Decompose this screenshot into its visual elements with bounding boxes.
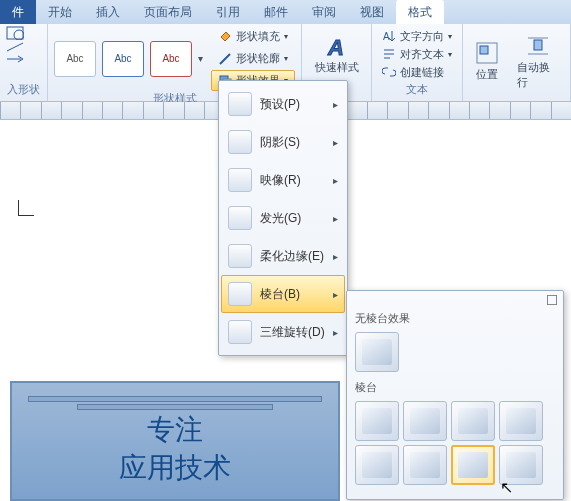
bevel-option[interactable] [499, 401, 543, 441]
shape-tool-icon[interactable] [6, 26, 24, 40]
tab-layout[interactable]: 页面布局 [132, 0, 204, 24]
align-text-label: 对齐文本 [400, 47, 444, 62]
svg-rect-12 [534, 40, 542, 50]
text-direction-button[interactable]: A 文字方向 ▾ [378, 28, 456, 45]
svg-line-2 [7, 43, 23, 51]
align-text-icon [382, 47, 396, 61]
create-link-button[interactable]: 创建链接 [378, 64, 456, 81]
chevron-right-icon: ▸ [333, 251, 338, 262]
tab-insert[interactable]: 插入 [84, 0, 132, 24]
pen-outline-icon [218, 52, 232, 66]
chevron-right-icon: ▸ [333, 137, 338, 148]
menu-item-label: 棱台(B) [260, 286, 300, 303]
style-preset-1[interactable]: Abc [54, 41, 96, 77]
document-shape[interactable]: 专注 应用技术 [10, 381, 340, 501]
tab-home[interactable]: 开始 [36, 0, 84, 24]
bevel-grid [351, 399, 559, 487]
align-text-button[interactable]: 对齐文本 ▾ [378, 46, 456, 63]
paint-bucket-icon [218, 30, 232, 44]
menu-item-preset[interactable]: 预设(P)▸ [221, 85, 345, 123]
document-text-line2: 应用技术 [119, 449, 231, 487]
quick-styles-label: 快速样式 [315, 60, 359, 75]
text-direction-icon: A [382, 29, 396, 43]
svg-text:A: A [327, 35, 344, 60]
group-label-arrange [469, 97, 564, 99]
group-insert-shapes: 入形状 [0, 24, 48, 101]
shape-outline-button[interactable]: 形状轮廓 ▾ [211, 48, 295, 69]
tab-references[interactable]: 引用 [204, 0, 252, 24]
wrap-label: 自动换行 [517, 60, 558, 90]
bevel-gallery: 无棱台效果 棱台 [346, 290, 564, 500]
chevron-right-icon: ▸ [333, 289, 338, 300]
bevel-none-header: 无棱台效果 [351, 309, 559, 330]
svg-rect-11 [480, 46, 488, 54]
ribbon-tabs: 件 开始 插入 页面布局 引用 邮件 审阅 视图 格式 [0, 0, 571, 24]
chevron-right-icon: ▸ [333, 213, 338, 224]
menu-item-bevel[interactable]: 棱台(B)▸ [221, 275, 345, 313]
arrow-tool-icon[interactable] [6, 54, 24, 64]
bevel-option-selected[interactable] [451, 445, 495, 485]
tab-view[interactable]: 视图 [348, 0, 396, 24]
bevel-option-none[interactable] [355, 332, 399, 372]
shape-fill-button[interactable]: 形状填充 ▾ [211, 26, 295, 47]
position-icon [475, 41, 499, 65]
wordart-a-icon: A [325, 34, 349, 58]
shape-style-gallery[interactable]: Abc Abc Abc ▾ [54, 41, 203, 77]
menu-item-label: 阴影(S) [260, 134, 300, 151]
bevel-option[interactable] [499, 445, 543, 485]
menu-item-shadow[interactable]: 阴影(S)▸ [221, 123, 345, 161]
shape-effects-menu: 预设(P)▸ 阴影(S)▸ 映像(R)▸ 发光(G)▸ 柔化边缘(E)▸ 棱台(… [218, 80, 348, 356]
shape-fill-label: 形状填充 [236, 29, 280, 44]
menu-item-label: 发光(G) [260, 210, 301, 227]
position-button[interactable]: 位置 [469, 39, 505, 84]
tab-format[interactable]: 格式 [396, 0, 444, 24]
chevron-right-icon: ▸ [333, 99, 338, 110]
style-preset-3[interactable]: Abc [150, 41, 192, 77]
tab-review[interactable]: 审阅 [300, 0, 348, 24]
soft-edges-thumb-icon [228, 244, 252, 268]
bevel-option[interactable] [355, 401, 399, 441]
line-tool-icon[interactable] [6, 42, 24, 52]
bevel-section-header: 棱台 [351, 378, 559, 399]
shape-outline-label: 形状轮廓 [236, 51, 280, 66]
menu-item-label: 三维旋转(D) [260, 324, 325, 341]
create-link-label: 创建链接 [400, 65, 444, 80]
position-label: 位置 [476, 67, 498, 82]
menu-item-label: 柔化边缘(E) [260, 248, 324, 265]
gallery-more-icon[interactable]: ▾ [198, 53, 203, 64]
text-direction-label: 文字方向 [400, 29, 444, 44]
tab-file[interactable]: 件 [0, 0, 36, 24]
bevel-option[interactable] [403, 445, 447, 485]
tab-mailings[interactable]: 邮件 [252, 0, 300, 24]
bevel-option[interactable] [355, 445, 399, 485]
menu-item-3d-rotation[interactable]: 三维旋转(D)▸ [221, 313, 345, 351]
glow-thumb-icon [228, 206, 252, 230]
group-label-text: 文本 [378, 82, 456, 99]
group-text: A 文字方向 ▾ 对齐文本 ▾ 创建链接 文本 [372, 24, 463, 101]
group-arrange: 位置 自动换行 [463, 24, 571, 101]
link-icon [382, 65, 396, 79]
menu-item-label: 预设(P) [260, 96, 300, 113]
margin-corner-mark [18, 200, 34, 216]
menu-item-reflection[interactable]: 映像(R)▸ [221, 161, 345, 199]
preset-thumb-icon [228, 92, 252, 116]
shadow-thumb-icon [228, 130, 252, 154]
chevron-right-icon: ▸ [333, 175, 338, 186]
menu-item-glow[interactable]: 发光(G)▸ [221, 199, 345, 237]
bevel-option[interactable] [451, 401, 495, 441]
chevron-right-icon: ▸ [333, 327, 338, 338]
style-preset-2[interactable]: Abc [102, 41, 144, 77]
decorative-bar [77, 404, 273, 410]
quick-styles-button[interactable]: A 快速样式 [309, 32, 365, 77]
svg-text:A: A [383, 31, 390, 42]
menu-item-soft-edges[interactable]: 柔化边缘(E)▸ [221, 237, 345, 275]
bevel-thumb-icon [228, 282, 252, 306]
gallery-move-handle[interactable] [547, 295, 557, 305]
group-label-shapes: 入形状 [6, 82, 41, 99]
bevel-option[interactable] [403, 401, 447, 441]
document-text-line1: 专注 [147, 411, 203, 449]
menu-item-label: 映像(R) [260, 172, 301, 189]
decorative-bar [28, 396, 321, 402]
rotation-thumb-icon [228, 320, 252, 344]
wrap-text-button[interactable]: 自动换行 [511, 32, 564, 92]
